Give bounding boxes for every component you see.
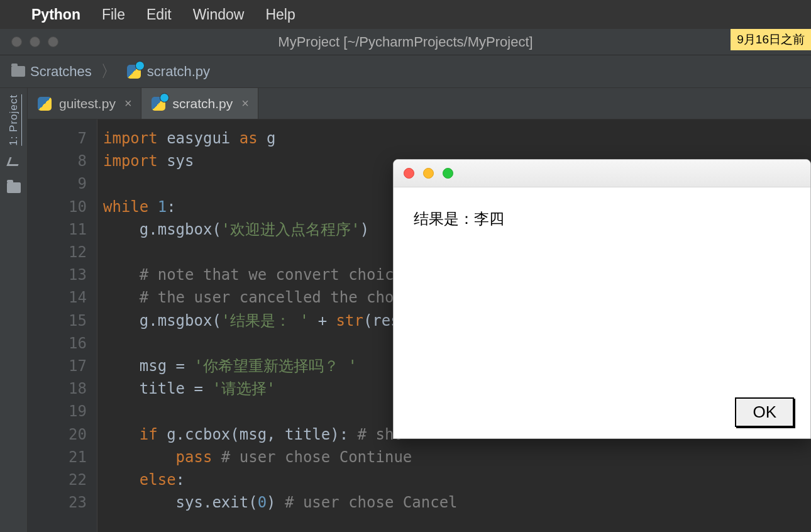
window-zoom-icon[interactable]	[48, 36, 58, 47]
ide-window-title: MyProject [~/PycharmProjects/MyProject]	[0, 34, 811, 50]
menu-edit[interactable]: Edit	[146, 6, 172, 23]
indent-guide	[97, 119, 97, 532]
menu-help[interactable]: Help	[265, 6, 295, 23]
window-close-icon[interactable]	[11, 36, 22, 47]
chevron-right-icon: 〉	[101, 60, 117, 82]
python-file-icon	[36, 96, 53, 112]
app-menu[interactable]: Python	[31, 6, 80, 23]
project-folder-icon[interactable]	[7, 182, 21, 193]
editor-tab-scratch[interactable]: scratch.py ×	[141, 88, 258, 119]
menu-file[interactable]: File	[102, 6, 125, 23]
dialog-zoom-icon[interactable]	[443, 168, 453, 179]
tab-label: scratch.py	[173, 96, 233, 111]
collapse-icon[interactable]	[6, 157, 21, 166]
ide-titlebar: MyProject [~/PycharmProjects/MyProject] …	[0, 29, 811, 55]
msgbox-dialog: 结果是：李四 OK	[393, 159, 811, 439]
line-number-gutter: 7891011121314151617181920212223	[28, 119, 97, 532]
ok-button[interactable]: OK	[735, 397, 794, 427]
python-scratch-file-icon	[150, 96, 167, 112]
dialog-minimize-icon[interactable]	[423, 168, 434, 179]
window-controls	[0, 36, 58, 47]
tab-label: guitest.py	[59, 96, 116, 111]
dialog-message: 结果是：李四	[394, 187, 810, 250]
breadcrumb-root[interactable]: Scratches	[30, 64, 92, 80]
breadcrumb-file[interactable]: scratch.py	[147, 64, 210, 80]
window-minimize-icon[interactable]	[30, 36, 40, 47]
editor-tab-guitest[interactable]: guitest.py ×	[28, 88, 141, 119]
close-tab-icon[interactable]: ×	[241, 96, 249, 111]
python-scratch-file-icon	[126, 64, 142, 80]
breadcrumb: Scratches 〉 scratch.py	[0, 55, 811, 88]
license-expiry-badge[interactable]: 9月16日之前	[731, 29, 811, 50]
menu-window[interactable]: Window	[193, 6, 245, 23]
dialog-titlebar[interactable]	[394, 160, 810, 187]
dialog-close-icon[interactable]	[404, 168, 414, 179]
editor-tabs: guitest.py × scratch.py ×	[28, 88, 811, 119]
tool-window-bar: 1: Project	[0, 88, 28, 532]
macos-menubar: Python File Edit Window Help	[0, 0, 811, 29]
folder-icon	[11, 66, 25, 77]
close-tab-icon[interactable]: ×	[124, 96, 132, 111]
project-tool-button[interactable]: 1: Project	[8, 94, 20, 146]
